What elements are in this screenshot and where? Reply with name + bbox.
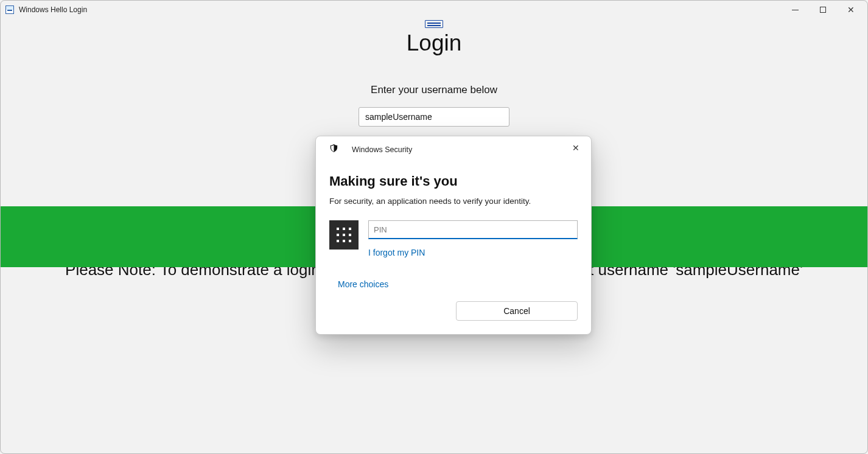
window: Windows Hello Login ✕ Login Enter your u… [0,0,868,454]
windows-security-dialog: Windows Security ✕ Making sure it's you … [315,136,592,335]
window-minimize-button[interactable] [781,1,809,19]
dialog-close-button[interactable]: ✕ [569,141,583,155]
dialog-app-name: Windows Security [352,145,412,154]
app-icon [5,5,14,14]
cancel-button[interactable]: Cancel [456,301,578,321]
forgot-pin-link[interactable]: I forgot my PIN [368,248,578,257]
window-title: Windows Hello Login [19,5,87,14]
client-area: Login Enter your username below Please N… [1,19,867,453]
page-title: Login [1,30,867,56]
minimize-icon [792,10,799,10]
keypad-icon [329,220,359,250]
titlebar: Windows Hello Login ✕ [1,1,867,19]
more-choices-link[interactable]: More choices [324,279,591,289]
close-icon: ✕ [847,5,855,14]
dialog-subtitle: For security, an application needs to ve… [329,197,578,206]
username-input[interactable] [359,107,509,127]
keyboard-icon [425,20,443,28]
window-maximize-button[interactable] [809,1,837,19]
shield-icon [329,144,338,155]
username-prompt: Enter your username below [1,84,867,96]
window-close-button[interactable]: ✕ [837,1,865,19]
close-icon: ✕ [572,143,579,153]
pin-input[interactable] [368,220,578,239]
maximize-icon [820,7,826,13]
dialog-title: Making sure it's you [329,173,578,189]
